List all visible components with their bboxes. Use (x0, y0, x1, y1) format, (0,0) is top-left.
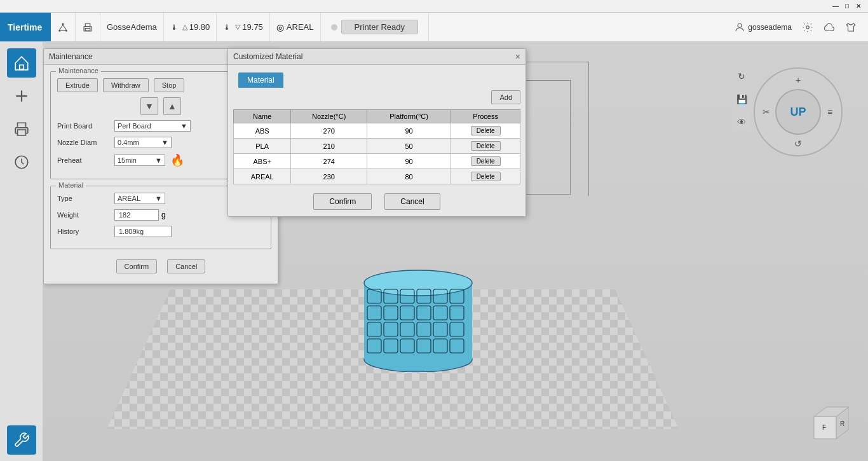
nav-left-button[interactable]: ✂ (759, 104, 774, 120)
withdraw-button[interactable]: Withdraw (103, 78, 149, 92)
sidebar-item-add[interactable] (7, 81, 36, 111)
preheat-select[interactable]: 15min ▼ (114, 155, 165, 166)
cell-nozzle: 230 (291, 169, 367, 184)
weight-unit: g (161, 210, 166, 219)
material-cancel-button[interactable]: Cancel (384, 193, 440, 210)
material-tab-area: Material (228, 65, 526, 88)
cloud-button[interactable] (818, 22, 840, 33)
stop-button[interactable]: Stop (154, 78, 185, 92)
svg-text:F: F (822, 424, 826, 431)
viewport[interactable]: + ↺ ✂ ≡ UP ↻ 💾 👁 F (43, 42, 868, 461)
sidebar-item-home[interactable] (7, 48, 36, 78)
temp2-segment: 🌡 ▽ 19.75 (217, 13, 270, 41)
settings-icon (802, 22, 813, 33)
signal-segment: ◎ AREAL (270, 13, 321, 41)
nav-bottom-button[interactable]: ↺ (790, 136, 806, 151)
nozzle-diam-select[interactable]: 0.4mm ▼ (114, 137, 172, 148)
material-table-body: ABS 270 90 Delete PLA 210 50 Delete ABS+… (234, 123, 520, 184)
svg-text:R: R (840, 420, 844, 427)
material-tab[interactable]: Material (238, 72, 283, 88)
svg-line-3 (60, 25, 63, 30)
table-row: PLA 210 50 Delete (234, 139, 520, 154)
delete-material-button[interactable]: Delete (471, 156, 501, 166)
temp2-icon: 🌡 (223, 23, 231, 32)
print-board-select[interactable]: Perf Board ▼ (114, 120, 191, 132)
weight-label: Weight (57, 211, 114, 219)
cell-nozzle: 210 (291, 139, 367, 154)
shirt-button[interactable] (840, 22, 862, 33)
maintenance-buttons: Confirm Cancel (50, 256, 271, 277)
home-icon (13, 55, 30, 71)
add-btn-area: Add (228, 88, 526, 107)
rotate-tool-button[interactable]: ↻ (733, 67, 750, 85)
heat-icon: 🔥 (170, 153, 184, 167)
minimize-button[interactable]: — (831, 2, 840, 11)
delete-material-button[interactable]: Delete (471, 141, 501, 151)
type-label: Type (57, 195, 114, 202)
nav-tools: ↻ 💾 👁 (733, 67, 750, 131)
cloud-icon (824, 22, 835, 33)
printer-name: GosseAdema (107, 22, 157, 32)
printer-icon-btn[interactable] (76, 13, 100, 41)
titlebar: — □ ✕ (0, 0, 868, 13)
delete-material-button[interactable]: Delete (471, 172, 501, 181)
maintenance-cancel-button[interactable]: Cancel (167, 259, 205, 273)
cell-name: ABS+ (234, 154, 291, 169)
status-indicator (331, 24, 337, 31)
col-name: Name (234, 110, 291, 123)
arrow-up-button[interactable]: ▲ (163, 97, 181, 115)
material-group-label: Material (56, 181, 86, 189)
table-header-row: Name Nozzle(°C) Platform(°C) Process (234, 110, 520, 123)
close-button[interactable]: ✕ (854, 2, 863, 11)
maintenance-title: Maintenance (49, 52, 93, 61)
cell-name: AREAL (234, 169, 291, 184)
history-input[interactable] (114, 226, 172, 237)
svg-point-9 (90, 27, 91, 29)
svg-point-25 (364, 270, 472, 296)
material-dialog: Customized Material × Material Add Name … (227, 48, 526, 217)
type-select[interactable]: AREAL ▼ (114, 193, 165, 204)
printer-name-segment: GosseAdema (100, 13, 164, 41)
add-material-button[interactable]: Add (491, 90, 520, 104)
extrude-button[interactable]: Extrude (57, 78, 98, 92)
svg-marker-50 (405, 371, 424, 372)
view-cube[interactable]: F R (811, 404, 849, 442)
history-row: History (57, 226, 264, 237)
sidebar-item-print[interactable] (7, 114, 36, 144)
material-type: AREAL (287, 22, 314, 32)
nav-right-button[interactable]: ≡ (822, 104, 837, 120)
username: gosseadema (748, 23, 792, 32)
settings-button[interactable] (797, 22, 818, 33)
temp1-segment: 🌡 △ 19.80 (164, 13, 217, 41)
save-view-button[interactable]: 💾 (733, 90, 750, 108)
material-table: Name Nozzle(°C) Platform(°C) Process ABS… (233, 109, 520, 184)
nav-top-button[interactable]: + (790, 72, 806, 88)
arrow-down-button[interactable]: ▼ (140, 97, 158, 115)
material-dialog-close[interactable]: × (515, 52, 520, 62)
eye-tool-button[interactable]: 👁 (733, 113, 750, 131)
nav-center-button[interactable]: UP (775, 89, 821, 135)
svg-point-11 (806, 25, 810, 29)
maximize-button[interactable]: □ (843, 2, 851, 11)
sidebar-item-tools[interactable] (7, 425, 36, 455)
temp2-value: 19.75 (242, 22, 263, 32)
svg-rect-7 (85, 24, 90, 27)
cell-platform: 50 (367, 139, 451, 154)
material-dialog-titlebar: Customized Material × (228, 49, 526, 65)
temp1-value: 19.80 (189, 22, 210, 32)
app-logo: Tiertime (0, 13, 51, 41)
delete-material-button[interactable]: Delete (471, 126, 501, 135)
cell-name: PLA (234, 139, 291, 154)
cell-process: Delete (451, 169, 520, 184)
weight-input[interactable] (114, 209, 159, 221)
network-icon-btn[interactable] (51, 13, 76, 41)
material-confirm-button[interactable]: Confirm (313, 193, 372, 210)
sidebar-item-history[interactable] (7, 148, 36, 177)
col-nozzle: Nozzle(°C) (291, 110, 367, 123)
cell-platform: 90 (367, 123, 451, 139)
printer-status-text: Printer Ready (355, 22, 405, 32)
temp1-icon: 🌡 (170, 23, 178, 32)
printer-info: GosseAdema 🌡 △ 19.80 🌡 ▽ 19.75 ◎ AREAL P… (100, 13, 429, 41)
maintenance-confirm-button[interactable]: Confirm (116, 259, 158, 273)
user-profile[interactable]: gosseadema (729, 22, 797, 33)
